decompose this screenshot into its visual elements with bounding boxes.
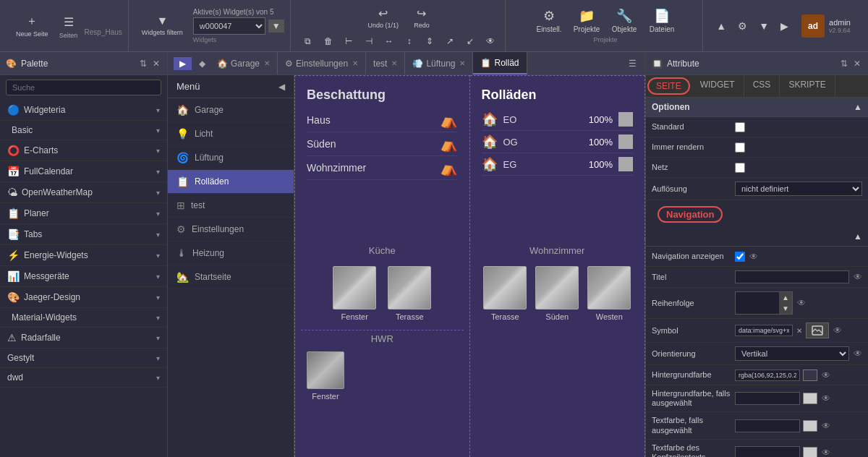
palette-item-widgeteria[interactable]: 🔵 Widgeteria ▾ [0, 100, 167, 121]
symbol-eye[interactable]: 👁 [833, 325, 842, 336]
play-tab-btn[interactable]: ▶ [174, 57, 192, 70]
tab-lueftung-close[interactable]: ✕ [459, 59, 465, 67]
navigation-section-header[interactable]: ▲ [646, 227, 868, 247]
sidebar-collapse-btn[interactable]: ◀ [278, 82, 285, 92]
navigation-anzeigen-eye[interactable]: 👁 [749, 252, 758, 262]
attr-tab-css[interactable]: CSS [744, 75, 780, 97]
palette-item-material-widgets[interactable]: Material-Widgets ▾ [0, 308, 167, 328]
tab-test[interactable]: test ✕ [366, 52, 405, 74]
undo-button[interactable]: ↩ Undo (1/1) [363, 4, 403, 32]
delete-button[interactable]: 🗑 [320, 35, 337, 48]
export-button[interactable]: ↗ [441, 35, 459, 48]
palette-item-basic[interactable]: Basic ▾ [0, 121, 167, 140]
sidebar-item-einstellungen[interactable]: ⚙ Einstellungen [168, 218, 294, 242]
attr-close-btn[interactable]: ✕ [852, 57, 862, 70]
hintergrundfarbe-ausgewaehlt-swatch[interactable] [803, 393, 817, 404]
tab-garage-close[interactable]: ✕ [264, 59, 270, 67]
palette-item-openweathermap[interactable]: 🌤 OpenWeatherMap ▾ [0, 182, 167, 203]
align-center-button[interactable]: ⊣ [360, 35, 378, 48]
nav-settings-button[interactable]: ⚙ [733, 17, 752, 35]
reihenfolge-down-btn[interactable]: ▼ [779, 303, 792, 314]
nav-up-button[interactable]: ▲ [712, 17, 731, 35]
einstell-button[interactable]: ⚙ Einstell. [535, 8, 563, 33]
orientierung-select[interactable]: Vertikal [735, 346, 849, 361]
attr-sort-btn[interactable]: ⇅ [839, 57, 849, 70]
palette-item-gestylt[interactable]: Gestylt ▾ [0, 349, 167, 368]
textfarbe-ausgewaehlt-input[interactable] [735, 419, 800, 432]
play-button[interactable]: ▶ [776, 17, 793, 35]
optionen-section-header[interactable]: Optionen ▲ [646, 98, 868, 117]
tab-lueftung[interactable]: 💨 Lüftung ✕ [405, 52, 473, 74]
titel-input[interactable] [735, 270, 849, 283]
symbol-input[interactable] [735, 325, 793, 336]
pages-button[interactable]: ☰ [56, 12, 82, 32]
sidebar-item-licht[interactable]: 💡 Licht [168, 122, 294, 146]
palette-item-energie-widgets[interactable]: ⚡ Energie-Widgets ▾ [0, 245, 167, 266]
textfarbe-ausgewaehlt-swatch[interactable] [803, 420, 817, 432]
palette-item-messgeraete[interactable]: 📊 Messgeräte ▾ [0, 266, 167, 287]
eye-button[interactable]: 👁 [482, 35, 499, 48]
align-right-button[interactable]: ↔ [380, 35, 398, 48]
palette-item-tabs[interactable]: 📑 Tabs ▾ [0, 224, 167, 245]
attr-tab-skripte[interactable]: SKRIPTE [780, 75, 835, 97]
tabs-menu-btn[interactable]: ☰ [626, 56, 639, 72]
sidebar-item-lueftung[interactable]: 🌀 Lüftung [168, 146, 294, 170]
standard-checkbox[interactable] [735, 122, 745, 132]
tab-einstellungen-close[interactable]: ✕ [352, 59, 358, 67]
tab-einstellungen[interactable]: ⚙ Einstellungen ✕ [278, 52, 366, 74]
attr-tab-widget[interactable]: WIDGET [692, 75, 744, 97]
copy-button[interactable]: ⧉ [299, 35, 317, 48]
sidebar-item-heizung[interactable]: 🌡 Heizung [168, 242, 294, 265]
palette-sort-btn[interactable]: ⇅ [138, 57, 148, 70]
textfarbe-kopfzeile-eye[interactable]: 👁 [822, 448, 830, 457]
palette-item-planer[interactable]: 📋 Planer ▾ [0, 203, 167, 224]
dateien-button[interactable]: 📄 Dateien [647, 8, 676, 33]
symbol-clear-btn[interactable]: ✕ [796, 326, 803, 336]
tab-garage[interactable]: 🏠 Garage ✕ [210, 52, 278, 74]
align-top-button[interactable]: ↕ [401, 35, 418, 48]
palette-item-dwd[interactable]: dwd ▾ [0, 368, 167, 388]
aufloesung-select[interactable]: nicht definiert [735, 181, 862, 196]
palette-close-btn[interactable]: ✕ [151, 57, 161, 70]
sidebar-item-test[interactable]: ⊞ test [168, 194, 294, 218]
align-bottom-button[interactable]: ⇕ [421, 35, 438, 48]
objekte-button[interactable]: 🔧 Objekte [610, 8, 639, 33]
palette-item-fullcalendar[interactable]: 📅 FullCalendar ▾ [0, 161, 167, 182]
hintergrundfarbe-input[interactable] [735, 370, 800, 381]
textfarbe-ausgewaehlt-eye[interactable]: 👁 [822, 421, 830, 431]
reihenfolge-input[interactable] [736, 292, 779, 314]
hintergrundfarbe-ausgewaehlt-eye[interactable]: 👁 [822, 393, 830, 403]
palette-item-echarts[interactable]: ⭕ E-Charts ▾ [0, 140, 167, 161]
titel-eye[interactable]: 👁 [854, 272, 862, 282]
netz-checkbox[interactable] [735, 163, 745, 173]
tab-rollad[interactable]: 📋 Rolläd [473, 52, 527, 74]
textfarbe-kopfzeile-input[interactable] [735, 446, 800, 457]
hintergrundfarbe-swatch[interactable] [803, 370, 817, 381]
immer-rendern-checkbox[interactable] [735, 142, 745, 153]
nav-down-button[interactable]: ▼ [754, 17, 773, 35]
redo-button[interactable]: ↪ Redo [409, 4, 435, 32]
new-page-button[interactable]: ＋ Neue Seite [12, 11, 53, 40]
attr-tab-seite[interactable]: SEITE [647, 77, 690, 95]
hintergrundfarbe-ausgewaehlt-input[interactable] [735, 392, 800, 405]
search-input[interactable] [6, 80, 161, 95]
hintergrundfarbe-eye[interactable]: 👁 [822, 370, 830, 380]
widget-dropdown-btn[interactable]: ▼ [268, 20, 284, 33]
orientierung-eye[interactable]: 👁 [854, 349, 862, 359]
textfarbe-kopfzeile-swatch[interactable] [803, 447, 817, 457]
sidebar-item-startseite[interactable]: 🏡 Startseite [168, 265, 294, 289]
sidebar-item-rolladen[interactable]: 📋 Rolläden [168, 170, 294, 194]
symbol-img-btn[interactable] [806, 323, 829, 338]
widgets-filter-button[interactable]: ▼ Widgets filtern [137, 12, 187, 40]
widget-selector[interactable]: w000047 [193, 17, 265, 35]
navigation-anzeigen-checkbox[interactable] [735, 252, 745, 262]
tab-test-close[interactable]: ✕ [391, 59, 397, 67]
import-button[interactable]: ↙ [461, 35, 479, 48]
projekte-button[interactable]: 📁 Projekte [572, 8, 601, 33]
view-toggle-btn[interactable]: ◆ [195, 57, 210, 70]
palette-item-radarfalle[interactable]: ⚠ Radarfalle ▾ [0, 328, 167, 349]
sidebar-item-garage[interactable]: 🏠 Garage [168, 98, 294, 122]
reihenfolge-up-btn[interactable]: ▲ [779, 292, 792, 303]
align-left-button[interactable]: ⊢ [340, 35, 357, 48]
palette-item-jaeger-design[interactable]: 🎨 Jaeger-Design ▾ [0, 287, 167, 308]
